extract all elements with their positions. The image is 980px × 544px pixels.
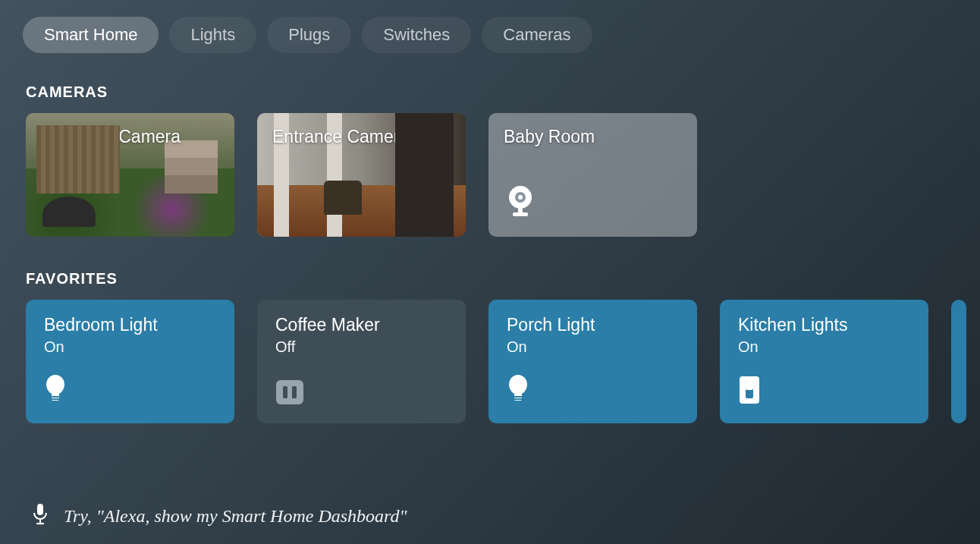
svg-rect-7 [52,396,59,398]
camera-icon [505,185,536,220]
svg-rect-9 [276,380,303,404]
favorite-state: On [507,338,679,356]
favorite-card-bedroom-light[interactable]: Bedroom Light On [26,300,234,423]
svg-rect-20 [39,519,41,523]
favorite-card-porch-light[interactable]: Porch Light On [488,300,697,423]
svg-rect-14 [514,396,522,398]
svg-rect-15 [514,398,522,400]
favorite-name: Bedroom Light [44,315,216,335]
camera-card-entrance[interactable]: Entrance Camera [257,113,466,237]
svg-point-2 [518,195,523,200]
svg-point-12 [509,375,527,395]
favorite-state: On [44,338,216,356]
svg-rect-8 [52,398,59,400]
favorite-name: Porch Light [507,315,679,335]
svg-rect-11 [292,386,297,398]
favorite-card-more[interactable] [951,300,966,423]
tab-plugs[interactable]: Plugs [267,17,351,53]
tab-cameras[interactable]: Cameras [482,17,592,53]
bulb-icon [44,375,67,408]
svg-rect-18 [746,382,753,390]
microphone-icon [32,503,49,529]
favorites-section-header: FAVORITES [26,270,980,288]
category-tabs: Smart Home Lights Plugs Switches Cameras [0,0,980,53]
favorite-name: Kitchen Lights [738,315,910,335]
cameras-row: Backyard Camera Entrance Camera Baby Roo… [0,113,980,237]
favorite-card-coffee-maker[interactable]: Coffee Maker Off [257,300,466,423]
cameras-section-header: CAMERAS [26,83,980,101]
switch-icon [738,375,761,408]
svg-rect-4 [513,212,528,216]
favorite-name: Coffee Maker [275,315,448,335]
svg-rect-10 [283,386,287,398]
tab-switches[interactable]: Switches [362,17,471,53]
bulb-icon [507,375,529,408]
voice-hint: Try, "Alexa, show my Smart Home Dashboar… [32,503,407,529]
voice-hint-text: Try, "Alexa, show my Smart Home Dashboar… [64,506,407,527]
camera-label: Backyard Camera [41,127,181,147]
svg-rect-3 [518,208,523,212]
favorites-row: Bedroom Light On Coffee Maker Off Porch … [0,300,980,423]
tab-lights[interactable]: Lights [169,17,256,53]
favorite-state: Off [275,338,448,356]
camera-label: Entrance Camera [272,127,409,147]
plug-icon [275,379,304,408]
favorite-state: On [738,338,910,356]
tab-smart-home[interactable]: Smart Home [23,17,159,53]
camera-label: Baby Room [504,127,595,147]
favorite-card-kitchen-lights[interactable]: Kitchen Lights On [720,300,928,423]
camera-card-backyard[interactable]: Backyard Camera [26,113,234,237]
svg-rect-21 [36,523,44,524]
svg-point-5 [46,375,64,395]
svg-rect-19 [37,504,43,515]
camera-card-baby-room[interactable]: Baby Room [488,113,697,237]
